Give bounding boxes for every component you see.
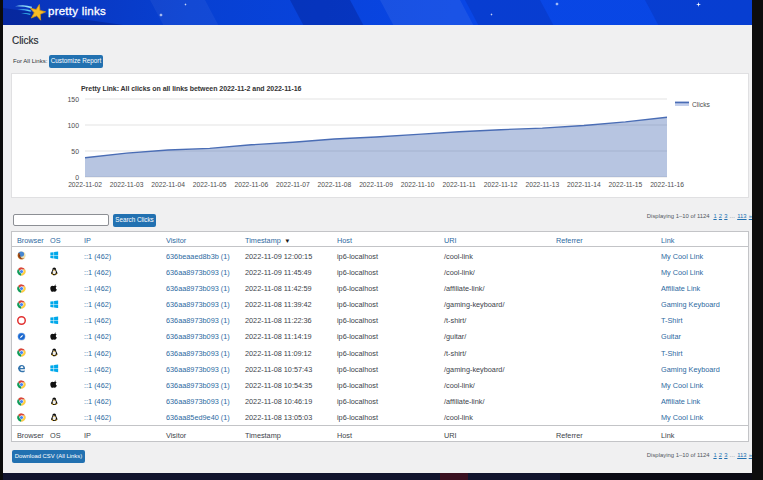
svg-text:2022-11-16: 2022-11-16 [650, 181, 684, 188]
svg-text:2022-11-11: 2022-11-11 [442, 181, 475, 188]
svg-text:2022-11-13: 2022-11-13 [525, 181, 559, 188]
svg-text:50: 50 [71, 148, 79, 155]
svg-text:100: 100 [68, 122, 80, 129]
svg-text:Pretty Link: All clicks on all: Pretty Link: All clicks on all links bet… [81, 85, 302, 93]
svg-text:2022-11-10: 2022-11-10 [401, 181, 435, 188]
svg-text:150: 150 [68, 96, 80, 103]
svg-text:Clicks: Clicks [692, 101, 710, 108]
svg-text:2022-11-07: 2022-11-07 [276, 181, 310, 188]
svg-text:2022-11-09: 2022-11-09 [359, 181, 393, 188]
svg-text:2022-11-03: 2022-11-03 [110, 181, 144, 188]
svg-text:2022-11-12: 2022-11-12 [484, 181, 518, 188]
svg-text:2022-11-08: 2022-11-08 [318, 181, 352, 188]
svg-text:2022-11-05: 2022-11-05 [193, 181, 227, 188]
svg-text:2022-11-15: 2022-11-15 [609, 181, 643, 188]
svg-text:2022-11-04: 2022-11-04 [151, 181, 185, 188]
svg-text:2022-11-06: 2022-11-06 [234, 181, 268, 188]
svg-text:2022-11-14: 2022-11-14 [567, 181, 601, 188]
svg-text:2022-11-02: 2022-11-02 [68, 181, 102, 188]
